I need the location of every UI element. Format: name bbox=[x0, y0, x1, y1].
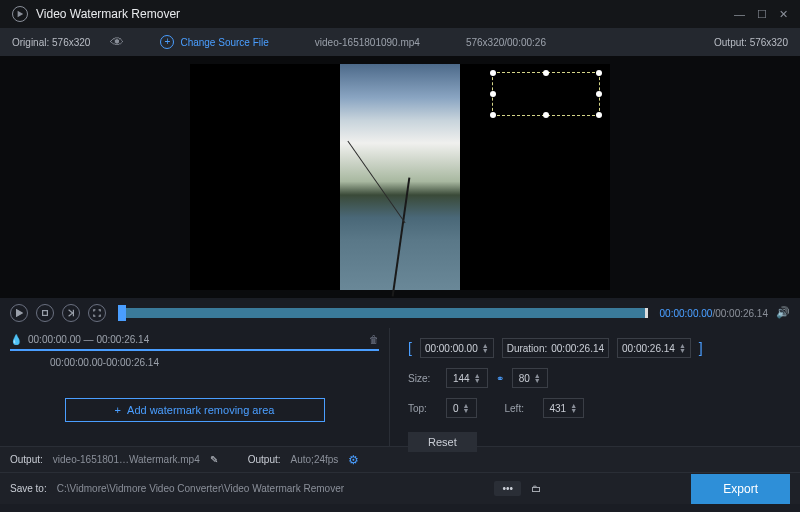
change-source-button[interactable]: + Change Source File bbox=[160, 35, 268, 49]
open-folder-icon[interactable]: 🗀 bbox=[531, 483, 541, 494]
output-dim-label: Output: 576x320 bbox=[714, 37, 788, 48]
link-aspect-icon[interactable]: ⚭ bbox=[496, 373, 504, 384]
reset-button[interactable]: Reset bbox=[408, 432, 477, 452]
resize-handle-tl[interactable] bbox=[490, 70, 496, 76]
app-title: Video Watermark Remover bbox=[36, 7, 734, 21]
timecode-display: 00:00:00.00/00:00:26.14 bbox=[660, 308, 768, 319]
svg-marker-0 bbox=[18, 11, 24, 17]
maximize-button[interactable]: ☐ bbox=[757, 8, 767, 21]
save-path: C:\Vidmore\Vidmore Video Converter\Video… bbox=[57, 483, 344, 494]
close-button[interactable]: ✕ bbox=[779, 8, 788, 21]
plus-icon: + bbox=[115, 404, 121, 416]
bracket-right-icon[interactable]: ] bbox=[699, 340, 703, 356]
resize-handle-tr[interactable] bbox=[596, 70, 602, 76]
info-bar: Original: 576x320 👁 + Change Source File… bbox=[0, 28, 800, 56]
timeline-playhead[interactable] bbox=[118, 305, 126, 321]
step-forward-button[interactable] bbox=[62, 304, 80, 322]
resize-handle-mr[interactable] bbox=[596, 91, 602, 97]
change-source-label: Change Source File bbox=[180, 37, 268, 48]
video-frame bbox=[340, 64, 460, 290]
segments-panel: 💧 00:00:00.00 — 00:00:26.14 🗑 00:00:00.0… bbox=[0, 328, 390, 446]
duration-input[interactable]: Duration:00:00:26.14 bbox=[502, 338, 609, 358]
watermark-selection-box[interactable] bbox=[492, 72, 600, 116]
resize-handle-br[interactable] bbox=[596, 112, 602, 118]
export-button[interactable]: Export bbox=[691, 474, 790, 504]
svg-marker-1 bbox=[17, 310, 23, 316]
left-label: Left: bbox=[505, 403, 535, 414]
size-label: Size: bbox=[408, 373, 438, 384]
width-input[interactable]: 144▲▼ bbox=[446, 368, 488, 388]
video-preview[interactable] bbox=[190, 64, 610, 290]
fullscreen-button[interactable] bbox=[88, 304, 106, 322]
resize-handle-bl[interactable] bbox=[490, 112, 496, 118]
settings-icon[interactable]: ⚙ bbox=[348, 453, 359, 467]
save-bar: Save to: C:\Vidmore\Vidmore Video Conver… bbox=[0, 472, 800, 504]
resize-handle-tm[interactable] bbox=[543, 70, 549, 76]
svg-rect-2 bbox=[43, 311, 48, 316]
edit-output-icon[interactable]: ✎ bbox=[210, 454, 218, 465]
volume-icon[interactable]: 🔊 bbox=[776, 306, 790, 320]
add-area-label: Add watermark removing area bbox=[127, 404, 274, 416]
delete-segment-icon[interactable]: 🗑 bbox=[369, 334, 379, 345]
segment-header[interactable]: 💧 00:00:00.00 — 00:00:26.14 🗑 bbox=[10, 334, 379, 351]
playback-controls: 00:00:00.00/00:00:26.14 🔊 bbox=[0, 298, 800, 328]
droplet-icon: 💧 bbox=[10, 334, 22, 345]
output-format-label: Output: bbox=[248, 454, 281, 465]
segment-item[interactable]: 00:00:00.00-00:00:26.14 bbox=[10, 351, 379, 368]
output-file-label: Output: bbox=[10, 454, 43, 465]
output-file-value: video-1651801…Watermark.mp4 bbox=[53, 454, 200, 465]
preview-area bbox=[0, 56, 800, 298]
browse-button[interactable]: ••• bbox=[494, 481, 521, 496]
segment-range: 00:00:00.00 — 00:00:26.14 bbox=[28, 334, 149, 345]
save-to-label: Save to: bbox=[10, 483, 47, 494]
resize-handle-ml[interactable] bbox=[490, 91, 496, 97]
output-format-value: Auto;24fps bbox=[291, 454, 339, 465]
top-input[interactable]: 0▲▼ bbox=[446, 398, 477, 418]
minimize-button[interactable]: — bbox=[734, 8, 745, 21]
original-label: Original: 576x320 bbox=[12, 37, 90, 48]
top-label: Top: bbox=[408, 403, 438, 414]
height-input[interactable]: 80▲▼ bbox=[512, 368, 548, 388]
fileinfo-label: 576x320/00:00:26 bbox=[466, 37, 546, 48]
resize-handle-bm[interactable] bbox=[543, 112, 549, 118]
titlebar: Video Watermark Remover — ☐ ✕ bbox=[0, 0, 800, 28]
bracket-left-icon[interactable]: [ bbox=[408, 340, 412, 356]
plus-circle-icon: + bbox=[160, 35, 174, 49]
left-input[interactable]: 431▲▼ bbox=[543, 398, 585, 418]
filename-label: video-1651801090.mp4 bbox=[315, 37, 420, 48]
end-time-input[interactable]: 00:00:26.14▲▼ bbox=[617, 338, 691, 358]
timeline-scrubber[interactable] bbox=[118, 308, 648, 318]
properties-panel: [ 00:00:00.00▲▼ Duration:00:00:26.14 00:… bbox=[390, 328, 800, 446]
add-watermark-area-button[interactable]: + Add watermark removing area bbox=[65, 398, 325, 422]
app-logo-icon bbox=[12, 6, 28, 22]
play-button[interactable] bbox=[10, 304, 28, 322]
preview-toggle-icon[interactable]: 👁 bbox=[110, 34, 124, 50]
stop-button[interactable] bbox=[36, 304, 54, 322]
start-time-input[interactable]: 00:00:00.00▲▼ bbox=[420, 338, 494, 358]
